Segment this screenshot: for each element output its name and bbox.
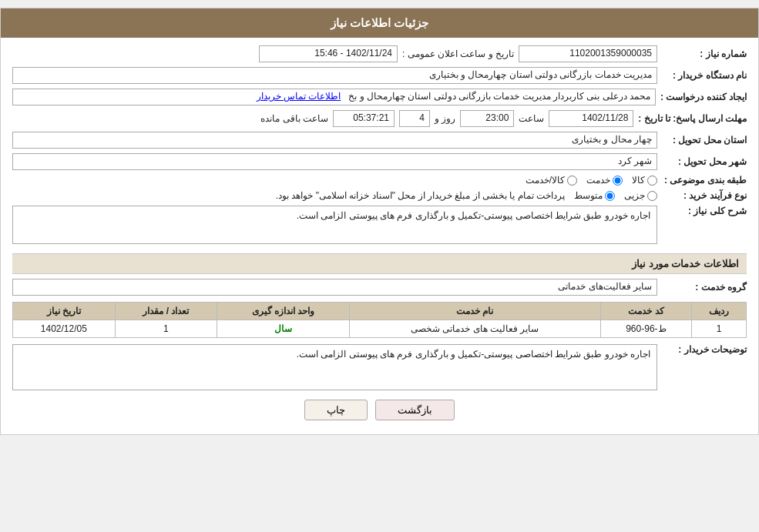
mohlat-saat: 23:00 [460,110,514,127]
row-gorooh: گروه خدمت : سایر فعالیت‌های خدماتی [12,279,747,296]
table-header-row: ردیف کد خدمت نام خدمت واحد اندازه گیری ت… [13,303,747,320]
remaining-label: ساعت باقی مانده [260,113,328,124]
cell-radif: 1 [692,320,747,338]
row-farayand: نوع فرآیند خرید : جزیی متوسط پرداخت تمام… [12,190,747,201]
cell-vahed: سال [217,320,350,338]
tarikh-aalan-value: 1402/11/24 - 15:46 [259,45,398,62]
row-sharh: شرح کلی نیاز : اجاره خودرو طبق شرایط اخت… [12,206,747,246]
farayand-motavaset-label: متوسط [574,190,603,201]
tarikh-aalan-label: تاریخ و ساعت اعلان عمومی : [402,49,514,59]
cell-kod: ط-96-960 [600,320,692,338]
cell-tedad: 1 [115,320,217,338]
farayand-label: نوع فرآیند خرید : [662,190,747,201]
ijad-label: ایجاد کننده درخواست : [660,92,747,102]
mohlat-date: 1402/11/28 [549,110,633,127]
gorooh-label: گروه خدمت : [662,282,747,293]
col-kod: کد خدمت [600,303,692,320]
tabaqe-kalakhedmat-label: کالا/خدمت [526,175,565,186]
nam-dastgah-value: مدیریت خدمات بازرگانی دولتی استان چهارمح… [12,67,657,84]
tabaqe-kalakhedmat-radio[interactable] [567,176,577,186]
col-tarikh: تاریخ نیاز [13,303,116,320]
sharh-value: اجاره خودرو طبق شرایط اختصاصی پیوستی-تکم… [12,206,657,244]
cell-name: سایر فعالیت های خدماتی شخصی [350,320,601,338]
print-button[interactable]: چاپ [304,400,368,420]
tabaqe-khedmat-label: خدمت [586,175,610,186]
col-tedad: تعداد / مقدار [115,303,217,320]
mohlat-rooz: 4 [399,110,430,127]
farayand-options: جزیی متوسط پرداخت تمام یا بخشی از مبلغ خ… [12,190,657,201]
tabaqe-kala-label: کالا [632,175,645,186]
col-name: نام خدمت [350,303,601,320]
khadamat-section: اطلاعات خدمات مورد نیاز [12,253,747,274]
row-shomara: شماره نیاز : 1102001359000035 تاریخ و سا… [12,45,747,62]
row-tabaqe: طبقه بندی موضوعی : کالا خدمت کالا/خدمت [12,175,747,186]
row-mohlat: مهلت ارسال پاسخ: تا تاریخ : 1402/11/28 س… [12,110,747,127]
row-nam-dastgah: نام دستگاه خریدار : مدیریت خدمات بازرگان… [12,67,747,84]
tabaqe-label: طبقه بندی موضوعی : [662,175,747,186]
farayand-text: پرداخت تمام یا بخشی از مبلغ خریدار از مح… [276,190,565,201]
tabaqe-kala[interactable]: کالا [632,175,657,186]
tosih-label: توضیحات خریدار : [662,344,747,355]
tabaqe-options: کالا خدمت کالا/خدمت [12,175,657,186]
row-ostan: استان محل تحویل : چهار محال و بختیاری [12,132,747,149]
nam-dastgah-label: نام دستگاه خریدار : [662,70,747,81]
shomara-niaz-value: 1102001359000035 [519,45,657,62]
ijad-text: محمد درعلی بنی کاربردار مدیریت خدمات باز… [348,91,650,102]
tosih-value: اجاره خودرو طبق شرایط اختصاصی پیوستی-تکم… [12,344,657,390]
ostan-value: چهار محال و بختیاری [12,132,657,149]
shomara-niaz-label: شماره نیاز : [662,49,747,59]
page-title: جزئیات اطلاعات نیاز [1,8,758,38]
mohlat-rooz-label: روز و [435,113,455,124]
ijad-value: محمد درعلی بنی کاربردار مدیریت خدمات باز… [12,89,656,105]
mohlat-label: مهلت ارسال پاسخ: تا تاریخ : [638,113,747,124]
tabaqe-khedmat-radio[interactable] [613,176,623,186]
farayand-jozi-radio[interactable] [647,191,657,201]
cell-tarikh: 1402/12/05 [13,320,116,338]
buttons-row: بازگشت چاپ [12,400,747,420]
sharh-label: شرح کلی نیاز : [662,206,747,216]
row-ijad: ایجاد کننده درخواست : محمد درعلی بنی کار… [12,89,747,105]
page-wrapper: جزئیات اطلاعات نیاز شماره نیاز : 1102001… [0,8,759,435]
services-table-container: ردیف کد خدمت نام خدمت واحد اندازه گیری ت… [12,302,747,338]
farayand-motavaset-radio[interactable] [605,191,615,201]
ostan-label: استان محل تحویل : [662,135,747,146]
remaining-value: 05:37:21 [333,110,395,127]
tabaqe-kala-radio[interactable] [647,176,657,186]
ijad-link[interactable]: اطلاعات تماس خریدار [257,91,341,102]
mohlat-saat-label: ساعت [519,113,544,124]
table-row: 1 ط-96-960 سایر فعالیت های خدماتی شخصی س… [13,320,747,338]
col-radif: ردیف [692,303,747,320]
row-shahr: شهر محل تحویل : شهر کرد [12,153,747,170]
row-tosih: توضیحات خریدار : اجاره خودرو طبق شرایط ا… [12,344,747,390]
gorooh-value: سایر فعالیت‌های خدماتی [12,279,657,296]
farayand-jozi-label: جزیی [624,190,645,201]
shahr-value: شهر کرد [12,153,657,170]
content-area: شماره نیاز : 1102001359000035 تاریخ و سا… [1,38,758,434]
tabaqe-kala-khedmat[interactable]: کالا/خدمت [526,175,577,186]
back-button[interactable]: بازگشت [375,400,455,420]
farayand-motavaset[interactable]: متوسط [574,190,615,201]
col-vahed: واحد اندازه گیری [217,303,350,320]
farayand-jozi[interactable]: جزیی [624,190,657,201]
services-table: ردیف کد خدمت نام خدمت واحد اندازه گیری ت… [12,302,747,338]
shahr-label: شهر محل تحویل : [662,156,747,167]
tabaqe-khedmat[interactable]: خدمت [586,175,623,186]
